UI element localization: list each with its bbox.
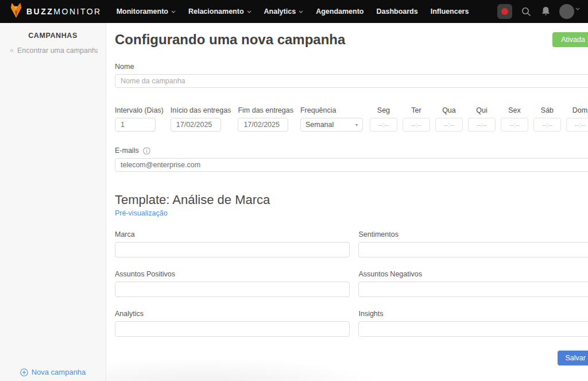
- nav-menu: Monitoramento Relacionamento Analytics A…: [117, 7, 469, 16]
- chevron-down-icon: [171, 10, 176, 13]
- status-toggle-button[interactable]: Ativada: [552, 32, 588, 47]
- select-arrow-icon: ▾: [355, 122, 358, 128]
- chevron-down-icon: [575, 7, 580, 10]
- campaign-search: [10, 47, 98, 55]
- sidebar-title: CAMPANHAS: [0, 32, 106, 40]
- brand-text: BUZZMONITOR: [26, 7, 102, 16]
- chevron-down-icon: [247, 10, 252, 13]
- assuntos-negativos-input[interactable]: [358, 282, 588, 297]
- save-button[interactable]: Salvar: [558, 351, 588, 365]
- fim-field: Fim das entregas: [238, 106, 293, 132]
- nav-item-agendamento[interactable]: Agendamento: [316, 7, 363, 16]
- search-button[interactable]: [520, 6, 532, 17]
- nome-input[interactable]: [115, 74, 588, 88]
- time-input-seg[interactable]: [370, 118, 397, 132]
- intervalo-input[interactable]: [115, 118, 156, 132]
- new-campaign-label: Nova campanha: [32, 368, 86, 376]
- weekday-times: Seg Ter Qua Qui Sex: [370, 106, 588, 132]
- nome-label: Nome: [115, 63, 588, 71]
- inicio-label: Início das entregas: [171, 106, 231, 114]
- day-col-qua: Qua: [435, 106, 463, 132]
- template-field-assuntos-positivos: Assuntos Positivos: [115, 270, 350, 297]
- notifications-button[interactable]: [540, 6, 551, 17]
- template-field-assuntos-negativos: Assuntos Negativos: [358, 270, 588, 297]
- search-icon: [521, 7, 531, 17]
- plus-circle-icon: [20, 368, 28, 376]
- time-input-sab[interactable]: [533, 118, 561, 132]
- day-col-qui: Qui: [468, 106, 496, 132]
- avatar: [559, 4, 574, 19]
- preview-link[interactable]: Pré-visualização: [115, 209, 168, 217]
- page-title: Configurando uma nova campanha: [115, 32, 345, 48]
- info-icon[interactable]: [143, 147, 150, 155]
- inicio-field: Início das entregas: [171, 106, 231, 132]
- record-icon: [501, 8, 508, 15]
- emails-label: E-mails: [115, 147, 139, 155]
- analytics-input[interactable]: [115, 321, 350, 337]
- nav-item-influencers[interactable]: Influencers: [431, 7, 469, 16]
- day-col-sex: Sex: [501, 106, 528, 132]
- new-campaign-button[interactable]: Nova campanha: [0, 368, 106, 376]
- time-input-qui[interactable]: [468, 118, 496, 132]
- template-field-sentimentos: Sentimentos: [358, 230, 588, 257]
- day-col-dom: Dom: [566, 106, 588, 132]
- bell-icon: [541, 6, 551, 17]
- search-icon: [10, 47, 14, 55]
- inicio-input[interactable]: [171, 118, 221, 132]
- campaigns-sidebar: CAMPANHAS Nova campanha: [0, 23, 106, 381]
- day-col-seg: Seg: [370, 106, 397, 132]
- frequencia-field: Frequência Semanal ▾: [300, 106, 363, 132]
- day-col-ter: Ter: [403, 106, 430, 132]
- day-col-sab: Sáb: [533, 106, 561, 132]
- topnav-actions: [497, 4, 580, 19]
- template-field-analytics: Analytics: [115, 310, 350, 337]
- time-input-ter[interactable]: [403, 118, 430, 132]
- marca-input[interactable]: [115, 242, 350, 257]
- nav-item-monitoramento[interactable]: Monitoramento: [117, 7, 176, 16]
- user-menu[interactable]: [559, 4, 580, 19]
- insights-input[interactable]: [358, 321, 588, 337]
- fim-input[interactable]: [238, 118, 288, 132]
- nav-item-dashboards[interactable]: Dashboards: [376, 7, 417, 16]
- nav-item-relacionamento[interactable]: Relacionamento: [188, 7, 252, 16]
- intervalo-field: Intervalo (Dias): [115, 106, 164, 132]
- assuntos-positivos-input[interactable]: [115, 282, 350, 297]
- time-input-qua[interactable]: [435, 118, 463, 132]
- nav-item-analytics[interactable]: Analytics: [264, 7, 304, 16]
- fim-label: Fim das entregas: [238, 106, 293, 114]
- chevron-down-icon: [299, 10, 303, 13]
- campaign-search-input[interactable]: [17, 47, 98, 55]
- template-field-marca: Marca: [115, 230, 350, 257]
- main-content: Configurando uma nova campanha Ativada N…: [106, 23, 588, 381]
- time-input-sex[interactable]: [501, 118, 528, 132]
- top-navbar: BUZZMONITOR Monitoramento Relacionamento…: [0, 0, 588, 23]
- sentimentos-input[interactable]: [358, 242, 588, 257]
- buzzmonitor-fox-icon: [10, 2, 22, 21]
- emails-input[interactable]: [115, 158, 588, 172]
- buzzmonitor-logo[interactable]: BUZZMONITOR: [10, 2, 102, 21]
- intervalo-label: Intervalo (Dias): [115, 106, 164, 114]
- frequencia-label: Frequência: [300, 106, 363, 114]
- template-title: Template: Análise de Marca: [115, 193, 588, 207]
- frequencia-select[interactable]: Semanal ▾: [300, 118, 363, 132]
- record-button[interactable]: [497, 4, 512, 19]
- time-input-dom[interactable]: [566, 118, 588, 132]
- template-field-insights: Insights: [358, 310, 588, 337]
